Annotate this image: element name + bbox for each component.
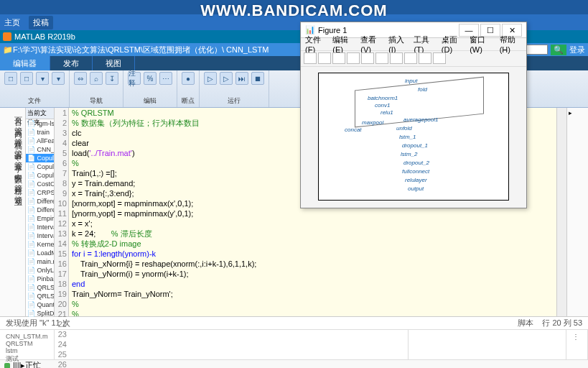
figure-menu-item[interactable]: 插入(I)	[388, 34, 408, 54]
graph-node-label: fold	[418, 86, 427, 93]
search-icon[interactable]: 🔍	[551, 45, 566, 55]
figure-tool-icon[interactable]	[390, 52, 403, 64]
figure-menu-item[interactable]: 文件(F)	[305, 34, 327, 54]
graph-node-label: lstm_2	[401, 151, 418, 157]
file-item[interactable]: 📄 KernelN	[26, 240, 54, 249]
figure-menu-item[interactable]: 帮助(H)	[500, 34, 522, 54]
nav-home[interactable]: 主页	[4, 17, 20, 28]
graph-node-label: lstm_1	[399, 134, 416, 140]
ribbon-group-label: 编辑	[128, 96, 172, 106]
left-nav-item[interactable]: 数据中	[0, 168, 25, 171]
figure-window[interactable]: 📊 Figure 1 — ☐ ✕ 文件(F)编辑(E)查看(V)插入(I)工具(…	[300, 22, 527, 208]
site-left-nav: 首页内容管稿件管申诉管字幕管数据中粉丝管互动管	[0, 108, 26, 316]
file-item[interactable]: 📄 QRLSTM	[26, 292, 54, 300]
file-browser-header: 当前文件夹	[26, 108, 54, 119]
file-browser: 当前文件夹 📄 fgm-lstm📄 train📄 AllFeatu📄 CNN_L…	[26, 108, 55, 316]
left-nav-item[interactable]: 内容管	[0, 122, 25, 125]
left-nav-item[interactable]: 申诉管	[0, 145, 25, 148]
tab-publish[interactable]: 发布	[50, 56, 93, 70]
ribbon-icon[interactable]: ▾	[52, 72, 65, 85]
file-item[interactable]: 📄 Empiric	[26, 214, 54, 223]
left-nav-item[interactable]: 粉丝管	[0, 180, 25, 183]
figure-menu-item[interactable]: 查看(V)	[360, 34, 383, 54]
figure-menu-item[interactable]: 窗口(W)	[470, 34, 493, 54]
ribbon-icon[interactable]: ↧	[106, 72, 118, 85]
ribbon-group-label: 导航	[74, 96, 118, 106]
graph-node-label: dropout_1	[402, 142, 428, 149]
editor-scrollbar[interactable]	[556, 108, 566, 316]
matlab-logo-icon	[3, 32, 11, 41]
figure-tool-icon[interactable]	[347, 52, 360, 64]
file-item[interactable]: 📄 Pinball	[26, 275, 54, 283]
figure-tool-icon[interactable]	[361, 52, 374, 64]
file-item[interactable]: 📄 Copula	[26, 162, 54, 171]
file-item[interactable]: 📄 AllFeatu	[26, 137, 54, 145]
login-link[interactable]: 登录	[569, 45, 585, 55]
ribbon-icon[interactable]: ▾	[36, 72, 49, 85]
file-item[interactable]: 📄 OnlyLe	[26, 266, 54, 275]
file-item[interactable]: 📄 fgm-lstm	[26, 119, 54, 128]
figure-tool-icon[interactable]	[304, 52, 317, 64]
left-nav-item[interactable]: 首页	[0, 111, 25, 114]
tab-editor[interactable]: 编辑器	[0, 56, 50, 70]
file-item[interactable]: 📄 train	[26, 128, 54, 137]
detail-item[interactable]: lstm	[6, 347, 48, 354]
graph-node-label: output	[408, 185, 424, 192]
nav-post[interactable]: 投稿	[29, 16, 53, 29]
current-path[interactable]: F:\学习\算法实现\论文算法\QRLSTM\区域范围拥堵（优化）\ CNN_L…	[13, 45, 269, 55]
file-item[interactable]: 📄 LoadMi	[26, 249, 54, 257]
file-item[interactable]: 📄 CostCu	[26, 180, 54, 188]
ribbon-icon[interactable]: ⏭	[235, 72, 248, 85]
ribbon-icon[interactable]: ⌕	[90, 72, 103, 85]
ribbon-icon[interactable]: □	[4, 72, 17, 85]
file-item[interactable]: 📄 Quantil	[26, 300, 54, 309]
ribbon-icon[interactable]: 注释	[128, 72, 141, 85]
file-item[interactable]: 📄 Copula	[26, 154, 54, 162]
graph-node-label: conv1	[375, 102, 390, 109]
workspace-pane: ▸	[566, 108, 588, 316]
ribbon-group: □□▾▾文件	[0, 70, 70, 107]
status-ready: 正忙	[25, 360, 41, 368]
graph-node-label: dropout_2	[403, 160, 429, 166]
figure-menu-item[interactable]: 桌面(D)	[442, 34, 464, 54]
ribbon-icon[interactable]: %	[144, 72, 157, 85]
file-item[interactable]: 📄 Differe	[26, 197, 54, 206]
folder-icon: 📁	[3, 45, 13, 55]
figure-tool-icon[interactable]	[433, 52, 446, 64]
figure-tool-icon[interactable]	[419, 52, 431, 64]
graph-node-label: relulayer	[405, 177, 427, 183]
detail-item[interactable]: CNN_LSTM.m	[6, 333, 48, 340]
figure-tool-icon[interactable]	[375, 52, 388, 64]
left-nav-item[interactable]: 字幕管	[0, 157, 25, 160]
figure-tool-icon[interactable]	[318, 52, 331, 64]
left-nav-item[interactable]: 互动管	[0, 191, 25, 194]
ribbon-icon[interactable]: ⋯	[159, 72, 172, 85]
detail-item[interactable]: QRLSTM	[6, 340, 48, 347]
file-item[interactable]: 📄 Differe	[26, 206, 54, 214]
figure-tool-icon[interactable]	[404, 52, 417, 64]
ribbon-group-label: 文件	[4, 96, 65, 106]
ribbon-icon[interactable]: ▷	[220, 72, 233, 85]
file-item[interactable]: 📄 Interva	[26, 231, 54, 240]
figure-canvas: inputfoldbatchnorm1conv1relu1maxpoolconc…	[318, 73, 509, 201]
file-item[interactable]: 📄 CNN_L	[26, 145, 54, 154]
file-item[interactable]: 📄 CRPS.m	[26, 188, 54, 197]
ribbon-group: 注释%⋯编辑	[123, 70, 177, 107]
file-item[interactable]: 📄 main.m	[26, 257, 54, 266]
figure-menu-item[interactable]: 工具(T)	[414, 34, 435, 54]
figure-tool-icon[interactable]	[332, 52, 345, 64]
file-item[interactable]: 📄 SplitDa	[26, 309, 54, 318]
ribbon-icon[interactable]: ⇔	[74, 72, 87, 85]
status-find: 发现使用 "k" 11 次	[6, 318, 70, 328]
file-item[interactable]: 📄 Interva	[26, 223, 54, 231]
ribbon-icon[interactable]: ▷	[204, 72, 217, 85]
ribbon-icon[interactable]: ●	[182, 72, 195, 85]
graph-node-label: input	[405, 78, 417, 84]
ribbon-icon[interactable]: □	[20, 72, 33, 85]
file-item[interactable]: 📄 Copula	[26, 171, 54, 180]
figure-menu-item[interactable]: 编辑(E)	[332, 34, 355, 54]
app-title: MATLAB R2019b	[14, 32, 75, 41]
ribbon-icon[interactable]: ⏹	[251, 72, 264, 85]
file-item[interactable]: 📄 QRLSTM	[26, 283, 54, 292]
left-nav-item[interactable]: 稿件管	[0, 134, 25, 137]
